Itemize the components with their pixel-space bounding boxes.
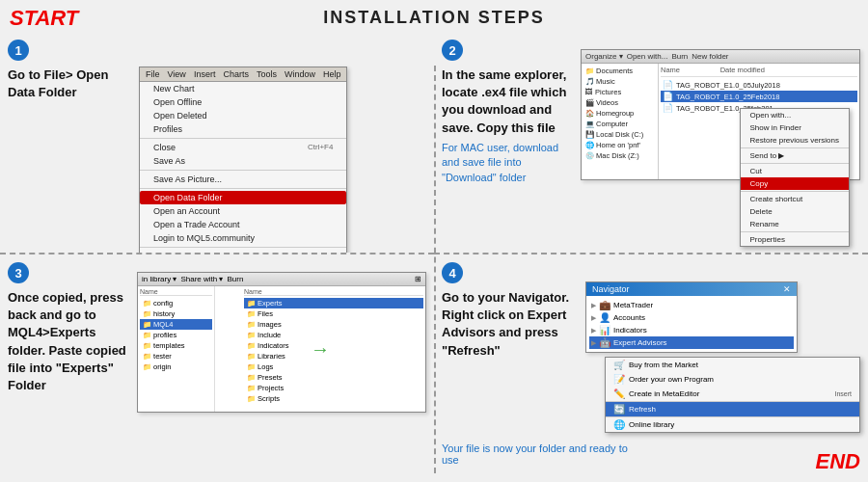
nav-ctx-refresh[interactable]: 🔄 Refresh — [606, 402, 859, 416]
folder-burn[interactable]: Burn — [227, 275, 243, 283]
folder-presets: 📁 Presets — [244, 372, 423, 383]
nav-ctx-create[interactable]: ✏️ Create in MetaEditor Insert — [606, 387, 859, 401]
online-icon: 🌐 — [613, 419, 625, 430]
nav-indicators: ▶ 📊 Indicators — [589, 324, 794, 336]
folder-share-with[interactable]: Share with ▾ — [180, 275, 223, 283]
folder-history: 📁 history — [140, 308, 212, 319]
menu-save-as: Save As — [140, 154, 346, 168]
ctx-send-to[interactable]: Send to ▶ — [741, 149, 849, 162]
step-1-description: Go to File> Open Data Folder — [8, 67, 133, 101]
menu-close: Close Ctrl+F4 — [140, 141, 346, 154]
folder-include: 📁 Include — [244, 330, 423, 340]
step-4-description: Go to your Navigator. Right click on Exp… — [442, 289, 582, 360]
nav-ctx-create-label: Create in MetaEditor — [629, 389, 699, 398]
tree-computer: 💻 Computer — [583, 119, 656, 129]
menu-window: Window — [285, 69, 315, 79]
step-2-mac-note: For MAC user, download and save file int… — [442, 141, 577, 185]
ctx-open-with[interactable]: Open with... — [741, 109, 849, 121]
ctx-sep-2 — [741, 163, 849, 164]
nav-ctx-online-label: Online library — [629, 420, 674, 429]
folder-content: Name 📁 config 📁 history 📁 MQL4 📁 profile… — [138, 286, 425, 412]
nav-indicators-icon: 📊 — [599, 325, 610, 335]
new-folder-btn[interactable]: New folder — [692, 52, 728, 61]
menu-sep-4 — [140, 247, 346, 248]
folder-view-icon: ⊞ — [415, 275, 421, 283]
folder-config: 📁 config — [140, 298, 212, 308]
file-row-2[interactable]: 📄 TAG_ROBOT_E1.0_25Feb2018 — [661, 91, 857, 102]
menu-open-trade: Open a Trade Account — [140, 218, 346, 231]
folder-experts[interactable]: 📁 Experts — [244, 298, 423, 308]
open-with-btn[interactable]: Open with... — [627, 52, 668, 61]
folder-tree-left: Name 📁 config 📁 history 📁 MQL4 📁 profile… — [138, 286, 215, 412]
nav-ea-label: Expert Advisors — [613, 338, 667, 347]
step-3-cell: 3 Once copied, press back and go to MQL4… — [0, 253, 434, 473]
folder-files: 📁 Files — [244, 308, 423, 319]
page-title: INSTALLATION STEPS — [323, 8, 544, 27]
ctx-properties[interactable]: Properties — [741, 233, 849, 246]
nav-accounts-label: Accounts — [613, 313, 645, 322]
ctx-sep-4 — [741, 231, 849, 232]
nav-ea-expand: ▶ — [591, 339, 596, 347]
tree-pictures: 🖼 Pictures — [583, 87, 656, 97]
ctx-restore[interactable]: Restore previous versions — [741, 134, 849, 147]
ctx-sep-3 — [741, 191, 849, 192]
nav-context-menu: 🛒 Buy from the Market 📝 Order your own P… — [605, 357, 860, 433]
end-label: END — [816, 449, 860, 473]
folder-templates: 📁 templates — [140, 340, 212, 351]
start-label: START — [10, 6, 78, 31]
tree-music: 🎵 Music — [583, 76, 656, 87]
nav-ctx-order-label: Order your own Program — [629, 375, 714, 384]
steps-grid: 1 Go to File> Open Data Folder File View… — [0, 32, 868, 473]
nav-expert-advisors[interactable]: ▶ 🤖 Expert Advisors — [589, 336, 794, 349]
order-icon: 📝 — [613, 374, 625, 385]
menu-charts: Charts — [223, 69, 249, 79]
step-4-right: Navigator ✕ ▶ 💼 MetaTrader ▶ 👤 Accounts — [585, 272, 860, 433]
folder-mql4[interactable]: 📁 MQL4 — [140, 319, 212, 330]
folder-profiles: 📁 profiles — [140, 330, 212, 340]
ctx-sep-1 — [741, 147, 849, 148]
folder-toolbar: in library ▾ Share with ▾ Burn ⊞ — [138, 273, 425, 286]
file-row-1: 📄 TAG_ROBOT_E1.0_05July2018 — [661, 79, 857, 91]
organize-btn[interactable]: Organize ▾ — [585, 52, 623, 61]
menu-open-data-folder[interactable]: Open Data Folder — [140, 191, 346, 204]
menu-open-account: Open an Account — [140, 204, 346, 218]
menu-open-offline: Open Offline — [140, 95, 346, 109]
menu-new-chart: New Chart — [140, 82, 346, 95]
nav-ctx-online[interactable]: 🌐 Online library — [606, 417, 859, 432]
nav-content: ▶ 💼 MetaTrader ▶ 👤 Accounts ▶ 📊 Indicato… — [586, 296, 797, 352]
nav-ctx-order[interactable]: 📝 Order your own Program — [606, 372, 859, 387]
nav-metatrader: ▶ 💼 MetaTrader — [589, 299, 794, 311]
ctx-create-shortcut[interactable]: Create shortcut — [741, 193, 849, 205]
nav-title-text: Navigator — [592, 284, 630, 294]
nav-accounts-icon: 👤 — [599, 312, 610, 323]
ctx-rename[interactable]: Rename — [741, 218, 849, 230]
tree-home-pnf: 🌐 Home on 'pnf' — [583, 140, 656, 150]
nav-ctx-buy[interactable]: 🛒 Buy from the Market — [606, 358, 859, 372]
folder-indicators: 📁 Indicators — [244, 340, 423, 351]
tree-homegroup: 🏠 Homegroup — [583, 108, 656, 119]
explorer-tree: 📁 Documents 🎵 Music 🖼 Pictures 🎬 Videos … — [582, 64, 659, 179]
folder-right-area: → Name 📁 Experts 📁 Files 📁 Images 📁 Incl… — [215, 286, 425, 412]
menu-sep-3 — [140, 188, 346, 189]
menu-view: View — [168, 69, 186, 79]
ctx-show-finder[interactable]: Show in Finder — [741, 121, 849, 134]
insert-shortcut: Insert — [834, 390, 852, 397]
nav-close-icon[interactable]: ✕ — [783, 284, 791, 294]
ctx-cut[interactable]: Cut — [741, 165, 849, 177]
ctx-delete[interactable]: Delete — [741, 205, 849, 218]
folder-projects: 📁 Projects — [244, 383, 423, 393]
step-2-description: In the same explorer, locate .ex4 file w… — [442, 67, 577, 137]
ctx-copy[interactable]: Copy — [741, 177, 849, 190]
step-2-text-area: In the same explorer, locate .ex4 file w… — [442, 40, 577, 185]
menu-open-deleted: Open Deleted — [140, 109, 346, 122]
nav-metatrader-label: MetaTrader — [613, 301, 653, 309]
burn-btn[interactable]: Burn — [671, 52, 688, 61]
nav-ctx-buy-label: Buy from the Market — [629, 361, 698, 369]
tree-mac-disk: 💿 Mac Disk (Z:) — [583, 150, 656, 161]
folder-logs: 📁 Logs — [244, 362, 423, 372]
nav-accounts-expand: ▶ — [591, 314, 596, 322]
navigator-window: Navigator ✕ ▶ 💼 MetaTrader ▶ 👤 Accounts — [585, 281, 798, 353]
step-4-cell: 4 Go to your Navigator. Right click on E… — [434, 253, 868, 473]
folder-screenshot: in library ▾ Share with ▾ Burn ⊞ Name 📁 … — [137, 272, 426, 413]
tree-videos: 🎬 Videos — [583, 97, 656, 108]
